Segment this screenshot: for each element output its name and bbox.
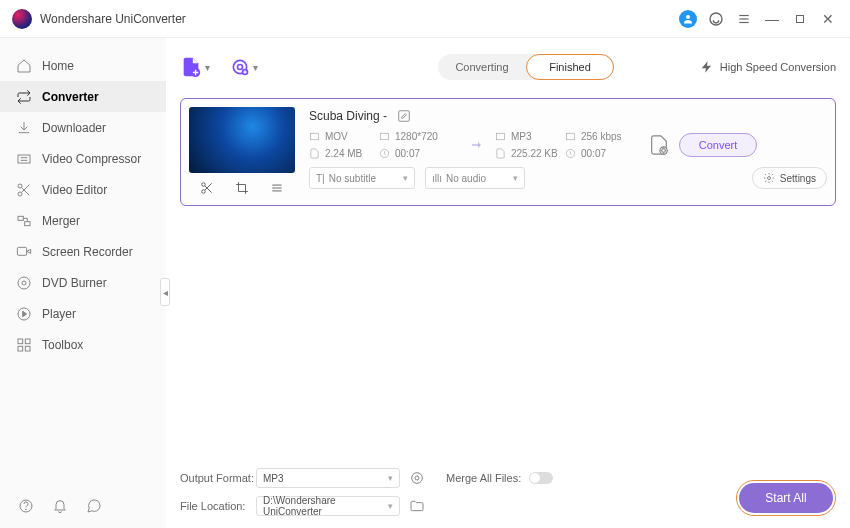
add-target-button[interactable]: ▾	[230, 57, 258, 77]
dst-duration: 00:07	[581, 148, 606, 159]
bell-icon[interactable]	[52, 498, 68, 514]
trim-icon[interactable]	[197, 179, 217, 197]
add-file-icon	[180, 56, 202, 78]
svg-point-0	[686, 15, 690, 19]
close-button[interactable]: ✕	[818, 9, 838, 29]
svg-rect-19	[25, 339, 30, 344]
disc-icon	[16, 275, 32, 291]
compress-icon	[16, 151, 32, 167]
high-speed-label: High Speed Conversion	[720, 61, 836, 73]
svg-rect-13	[17, 247, 26, 255]
svg-rect-35	[399, 111, 410, 122]
sidebar-item-toolbox[interactable]: Toolbox	[0, 329, 166, 360]
merge-icon	[16, 213, 32, 229]
output-format-label: Output Format:	[180, 472, 256, 484]
file-location-value: D:\Wondershare UniConverter	[263, 495, 388, 517]
convert-button[interactable]: Convert	[679, 133, 757, 157]
feedback-icon[interactable]	[86, 498, 102, 514]
subtitle-dropdown[interactable]: T|No subtitle▾	[309, 167, 415, 189]
add-file-button[interactable]: ▾	[180, 56, 210, 78]
file-card: Scuba Diving - MOV 2.24 MB 1280*720 00:0…	[180, 98, 836, 206]
support-icon[interactable]	[706, 9, 726, 29]
svg-rect-18	[18, 339, 23, 344]
output-format-dropdown[interactable]: MP3▾	[256, 468, 400, 488]
maximize-button[interactable]	[790, 9, 810, 29]
audio-dropdown[interactable]: ıllıNo audio▾	[425, 167, 525, 189]
svg-point-7	[18, 184, 22, 188]
sidebar: Home Converter Downloader Video Compress…	[0, 38, 166, 528]
menu-icon[interactable]	[734, 9, 754, 29]
chevron-down-icon: ▾	[253, 62, 258, 73]
output-format-value: MP3	[263, 473, 284, 484]
sidebar-item-converter[interactable]: Converter	[0, 81, 166, 112]
preview-icon[interactable]	[408, 469, 426, 487]
gear-icon	[763, 172, 775, 184]
sidebar-item-label: Home	[42, 59, 74, 73]
svg-point-46	[415, 476, 419, 480]
merge-toggle[interactable]	[529, 472, 553, 484]
merge-label: Merge All Files:	[446, 472, 521, 484]
download-icon	[16, 120, 32, 136]
recorder-icon	[16, 244, 32, 260]
svg-rect-6	[18, 155, 30, 163]
sidebar-item-home[interactable]: Home	[0, 50, 166, 81]
sidebar-item-editor[interactable]: Video Editor	[0, 174, 166, 205]
sidebar-item-label: Video Compressor	[42, 152, 141, 166]
sidebar-item-label: Player	[42, 307, 76, 321]
tab-converting[interactable]: Converting	[438, 54, 526, 80]
file-location-label: File Location:	[180, 500, 256, 512]
svg-point-8	[18, 192, 22, 196]
svg-rect-37	[380, 133, 388, 139]
sidebar-item-merger[interactable]: Merger	[0, 205, 166, 236]
app-logo	[12, 9, 32, 29]
dst-bitrate: 256 kbps	[581, 131, 622, 142]
sidebar-item-label: Video Editor	[42, 183, 107, 197]
src-resolution: 1280*720	[395, 131, 438, 142]
start-all-button[interactable]: Start All	[739, 483, 833, 513]
tab-finished[interactable]: Finished	[526, 54, 614, 80]
minimize-button[interactable]: —	[762, 9, 782, 29]
edit-icon[interactable]	[397, 109, 411, 123]
help-icon[interactable]	[18, 498, 34, 514]
file-name: Scuba Diving -	[309, 109, 387, 123]
output-settings-icon[interactable]	[647, 133, 671, 157]
settings-button[interactable]: Settings	[752, 167, 827, 189]
sidebar-item-compressor[interactable]: Video Compressor	[0, 143, 166, 174]
svg-point-45	[412, 473, 423, 484]
svg-rect-21	[25, 346, 30, 351]
svg-point-28	[201, 183, 205, 187]
svg-point-26	[238, 65, 243, 70]
sidebar-item-downloader[interactable]: Downloader	[0, 112, 166, 143]
svg-point-44	[767, 177, 770, 180]
src-duration: 00:07	[395, 148, 420, 159]
sidebar-item-player[interactable]: Player	[0, 298, 166, 329]
high-speed-toggle[interactable]: High Speed Conversion	[700, 60, 836, 74]
sidebar-item-dvd[interactable]: DVD Burner	[0, 267, 166, 298]
sidebar-item-label: Screen Recorder	[42, 245, 133, 259]
open-folder-icon[interactable]	[408, 497, 426, 515]
svg-rect-40	[566, 133, 574, 139]
svg-point-14	[18, 277, 30, 289]
titlebar: Wondershare UniConverter — ✕	[0, 0, 850, 38]
audio-value: No audio	[446, 173, 486, 184]
subtitle-value: No subtitle	[329, 173, 376, 184]
dst-size: 225.22 KB	[511, 148, 558, 159]
video-thumbnail[interactable]	[189, 107, 295, 173]
account-icon[interactable]	[678, 9, 698, 29]
svg-rect-36	[310, 133, 318, 139]
scissors-icon	[16, 182, 32, 198]
converter-icon	[16, 89, 32, 105]
more-icon[interactable]	[267, 179, 287, 197]
sidebar-item-label: Downloader	[42, 121, 106, 135]
svg-rect-20	[18, 346, 23, 351]
src-size: 2.24 MB	[325, 148, 362, 159]
file-location-dropdown[interactable]: D:\Wondershare UniConverter▾	[256, 496, 400, 516]
src-format: MOV	[325, 131, 348, 142]
sidebar-item-recorder[interactable]: Screen Recorder	[0, 236, 166, 267]
target-icon	[230, 57, 250, 77]
tab-switch: Converting Finished	[438, 54, 614, 80]
svg-point-29	[201, 190, 205, 194]
crop-icon[interactable]	[232, 179, 252, 197]
chevron-down-icon: ▾	[205, 62, 210, 73]
sidebar-item-label: Merger	[42, 214, 80, 228]
